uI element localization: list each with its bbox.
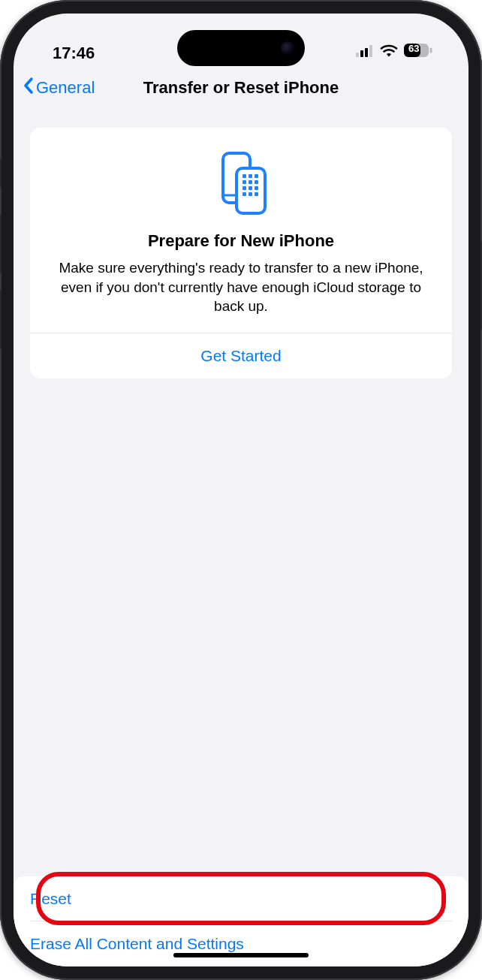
prepare-title: Prepare for New iPhone (44, 231, 438, 251)
battery-percent: 63 (408, 42, 419, 56)
page-title: Transfer or Reset iPhone (143, 78, 339, 98)
cellular-icon (356, 42, 374, 62)
svg-rect-15 (255, 180, 258, 184)
volume-down-button[interactable] (0, 289, 2, 349)
reset-label: Reset (30, 890, 71, 908)
svg-rect-21 (255, 192, 258, 196)
svg-rect-20 (249, 192, 252, 196)
mute-switch[interactable] (0, 158, 2, 188)
back-button[interactable]: General (23, 77, 95, 99)
erase-all-button[interactable]: Erase All Content and Settings (30, 921, 452, 966)
svg-rect-3 (369, 45, 372, 57)
chevron-left-icon (23, 77, 35, 99)
svg-rect-1 (360, 50, 363, 57)
get-started-button[interactable]: Get Started (44, 333, 438, 378)
iphone-frame: 17:46 (0, 0, 482, 980)
reset-button[interactable]: Reset (30, 876, 452, 921)
volume-up-button[interactable] (0, 214, 2, 274)
prepare-description: Make sure everything's ready to transfer… (44, 258, 438, 316)
dynamic-island (177, 30, 305, 66)
svg-rect-11 (249, 174, 252, 178)
svg-rect-0 (356, 53, 359, 57)
battery-icon: 63 (404, 42, 432, 62)
svg-rect-12 (255, 174, 258, 178)
status-time: 17:46 (53, 44, 95, 63)
erase-label: Erase All Content and Settings (30, 935, 244, 953)
svg-rect-16 (243, 186, 246, 190)
svg-rect-18 (255, 186, 258, 190)
back-label: General (36, 78, 95, 98)
front-camera (281, 41, 294, 55)
annotation-highlight (36, 872, 446, 925)
svg-rect-13 (243, 180, 246, 184)
prepare-card: Prepare for New iPhone Make sure everyth… (30, 128, 452, 378)
content-area: Prepare for New iPhone Make sure everyth… (14, 110, 468, 966)
svg-rect-10 (243, 174, 246, 178)
screen: 17:46 (14, 14, 468, 966)
navigation-bar: General Transfer or Reset iPhone (14, 66, 468, 110)
wifi-icon (380, 42, 398, 62)
svg-rect-19 (243, 192, 246, 196)
transfer-iphone-icon (44, 149, 438, 218)
svg-rect-6 (430, 48, 432, 53)
svg-rect-2 (365, 48, 368, 57)
svg-rect-17 (249, 186, 252, 190)
home-indicator[interactable] (173, 953, 309, 957)
svg-rect-14 (249, 180, 252, 184)
